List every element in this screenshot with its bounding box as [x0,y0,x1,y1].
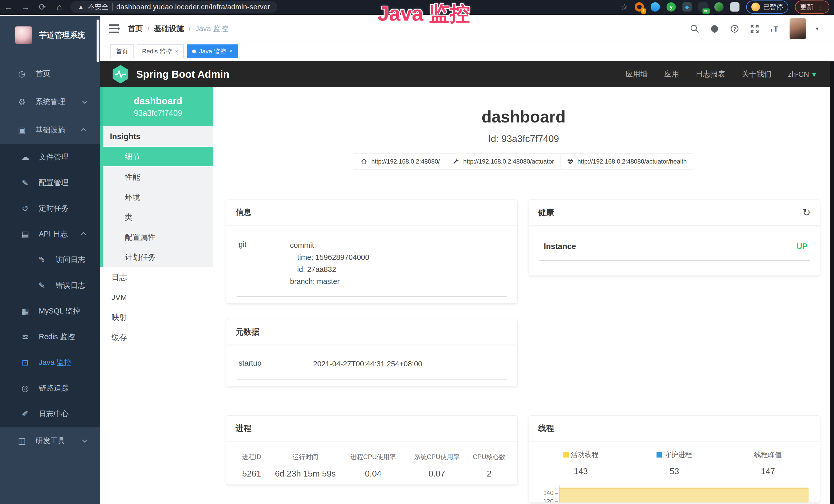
val-cpu-cores: 2 [465,469,513,479]
sidebar-item-error-log[interactable]: ✎ 错误日志 [0,273,100,298]
sba-tab-metrics[interactable]: 性能 [103,167,213,187]
health-card-title: 健康 [538,207,554,218]
extension-y-icon[interactable]: y [666,2,676,12]
sba-tab-config-props[interactable]: 配置属性 [103,227,213,247]
col-cpu-cores: CPU核心数 [465,453,513,461]
sidebar-item-java-monitor[interactable]: ⊡ Java 监控 [0,350,100,375]
sidebar-scrollbar-thumb[interactable] [96,20,100,62]
paused-chip[interactable]: 已暂停 [746,1,788,14]
sba-nav-journal[interactable]: 日志报表 [696,69,725,79]
chevron-up-icon [81,128,86,133]
extension-leaf-icon[interactable] [714,2,724,12]
update-label: 更新 [800,3,813,12]
svg-text:T: T [773,25,778,33]
extension-grid-icon[interactable]: ◆ [682,2,692,12]
sba-nav-about[interactable]: 关于我们 [742,69,772,79]
sba-nav-applications[interactable]: 应用 [664,69,679,79]
extension-puzzle-icon[interactable] [730,2,740,12]
app-logo[interactable]: 芋道管理系统 [0,16,100,54]
blue-square-icon [657,452,662,458]
sba-logo-icon [112,65,129,84]
chevron-up-icon [81,232,86,237]
yellow-square-icon [563,452,569,458]
history-icon[interactable]: ↺ [803,207,811,218]
help-icon[interactable]: ? [729,24,740,34]
col-system-cpu: 系统CPU使用率 [409,453,465,461]
svg-text:?: ? [733,26,736,32]
edit-icon: ✎ [19,178,31,188]
git-info-row: git commit: time: 1596289704000 id: 27aa… [237,237,507,297]
search-icon[interactable] [689,24,700,34]
sba-tab-classes[interactable]: 类 [103,207,213,227]
font-size-icon[interactable]: тT [770,24,780,34]
sidebar-item-trace[interactable]: ◎ 链路追踪 [0,375,100,401]
sidebar-item-access-log[interactable]: ✎ 访问日志 [0,247,100,273]
url-text[interactable]: dashboard.yudao.iocoder.cn/infra/admin-s… [116,3,270,11]
sba-tab-logs[interactable]: 日志 [100,267,213,287]
app-sidebar: 芋道管理系统 ◷ 首页 ⚙ 系统管理 ▣ 基础设施 [0,16,100,504]
sidebar-item-mysql-monitor[interactable]: ▦ MySQL 监控 [0,298,100,324]
user-menu-caret-icon[interactable]: ▾ [816,25,818,32]
tab-redis-monitor[interactable]: Redis 监控 × [137,44,184,58]
extension-orange-icon[interactable]: 1 [635,2,644,12]
threads-card: 线程 活动线程 守护进程 [529,415,820,503]
sidebar-item-config-management[interactable]: ✎ 配置管理 [0,170,100,196]
sba-tab-mappings[interactable]: 映射 [100,307,213,327]
breadcrumb-infrastructure[interactable]: 基础设施 [154,24,184,34]
sidebar-item-api-log[interactable]: ▤ API 日志 [0,221,100,247]
heartbeat-icon [567,158,574,165]
metadata-card: 元数据 startup 2021-04-27T00:44:31.254+08:0… [226,319,518,386]
menu-kebab-icon[interactable]: ⋮ [817,3,824,11]
sba-tab-scheduled-tasks[interactable]: 计划任务 [103,247,213,267]
info-card-title: 信息 [236,207,251,218]
breadcrumb-home[interactable]: 首页 [128,24,143,34]
history-icon: ↺ [19,204,31,213]
close-icon[interactable]: × [229,48,233,55]
instance-details-panel: dashboard Id: 93a3fc7f7409 http://192.16… [213,87,834,504]
service-url-button[interactable]: http://192.168.0.2:48080/ [354,154,446,169]
sidebar-item-file-management[interactable]: ☁ 文件管理 [0,144,100,170]
health-url-button[interactable]: http://192.168.0.2:48080/actuator/health [561,154,693,169]
back-icon[interactable]: ← [0,0,17,14]
threads-legend: 活动线程 守护进程 线程峰值 143 [534,450,815,476]
briefcase-icon: ◫ [16,436,28,446]
security-label[interactable]: 不安全 [88,2,109,12]
address-bar[interactable]: ▲ 不安全 dashboard.yudao.iocoder.cn/infra/a… [70,1,277,13]
page-scrollbar[interactable] [830,62,834,504]
close-icon[interactable]: × [175,48,178,55]
home-icon[interactable]: ⌂ [51,0,68,14]
update-button[interactable]: 更新 ⋮ [795,1,829,14]
sidebar-item-scheduled-tasks[interactable]: ↺ 定时任务 [0,196,100,221]
live-threads-value: 143 [534,466,628,476]
log-icon: ▤ [19,229,31,239]
user-avatar[interactable] [790,18,806,39]
sidebar-item-redis-monitor[interactable]: ≋ Redis 监控 [0,324,100,350]
wrench-icon [452,158,460,165]
extension-pin-icon[interactable] [651,2,660,12]
sba-tab-caches[interactable]: 缓存 [100,327,213,347]
fullscreen-icon[interactable] [749,24,760,34]
health-card: 健康 ↺ Instance UP [529,200,820,276]
sidebar-item-log-center[interactable]: ✐ 日志中心 [0,401,100,427]
github-icon[interactable] [709,24,720,34]
actuator-url-button[interactable]: http://192.168.0.2:48080/actuator [446,154,561,169]
tab-java-monitor[interactable]: Java 监控 × [187,44,238,58]
reload-icon[interactable]: ⟳ [34,0,51,14]
hamburger-icon[interactable] [109,24,119,33]
sba-tab-environment[interactable]: 环境 [103,187,213,207]
locale-select[interactable]: zh-CN ▾ [788,70,816,79]
sba-tab-details[interactable]: 细节 [103,147,213,167]
forward-icon[interactable]: → [17,0,34,14]
bookmark-star-icon[interactable]: ☆ [620,2,628,12]
sidebar-item-home[interactable]: ◷ 首页 [0,60,100,88]
sidebar-item-system-management[interactable]: ⚙ 系统管理 [0,88,100,116]
sba-nav-wallboard[interactable]: 应用墙 [626,69,648,79]
tab-home[interactable]: 首页 [110,44,134,58]
sidebar-item-infrastructure[interactable]: ▣ 基础设施 [0,116,100,144]
sba-brand-title[interactable]: Spring Boot Admin [136,69,229,80]
sidebar-item-dev-tools[interactable]: ◫ 研发工具 [0,427,100,455]
daemon-threads-value: 53 [628,466,721,476]
sidebar-menu: ◷ 首页 ⚙ 系统管理 ▣ 基础设施 ☁ 文件管理 [0,54,100,455]
extension-on-icon[interactable]: on [698,2,708,12]
sba-tab-jvm[interactable]: JVM [100,287,213,307]
